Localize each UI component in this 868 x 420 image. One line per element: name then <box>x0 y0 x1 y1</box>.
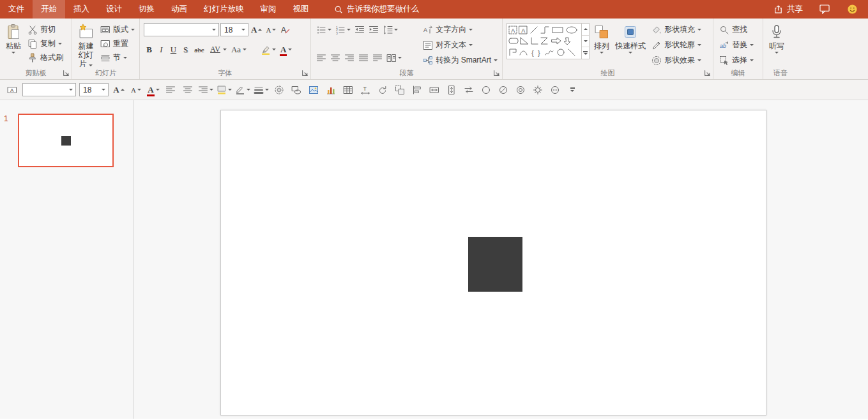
copy-dropdown-caret[interactable] <box>58 43 62 45</box>
slide-canvas[interactable] <box>220 110 766 416</box>
distribute-text-button[interactable] <box>371 51 384 64</box>
quickbar-font-color-button[interactable]: A <box>146 83 160 97</box>
quickbar-circle-tool-button[interactable] <box>479 83 493 97</box>
align-justify-button[interactable] <box>357 51 370 64</box>
tab-slideshow[interactable]: 幻灯片放映 <box>195 0 252 19</box>
reset-button[interactable]: 重置 <box>98 37 137 50</box>
paste-button[interactable]: 粘贴 <box>4 23 23 54</box>
layout-button[interactable]: 版式 <box>98 23 137 36</box>
quickbar-shape-button[interactable] <box>289 83 303 97</box>
highlight-button[interactable] <box>259 43 277 56</box>
shape-fill-button[interactable]: 形状填充 <box>650 23 703 36</box>
quickbar-table-button[interactable] <box>341 83 355 97</box>
text-shadow-button[interactable]: S <box>180 45 191 55</box>
strikethrough-button[interactable]: abc <box>192 46 206 54</box>
numbering-button[interactable]: 123 <box>334 23 352 36</box>
slide-shape-square[interactable] <box>468 237 522 292</box>
tell-me-search[interactable]: 告诉我你想要做什么 <box>328 0 426 19</box>
quickbar-group-button[interactable] <box>393 83 407 97</box>
quickbar-fill-color-button[interactable] <box>217 83 232 97</box>
shapes-gallery-more[interactable] <box>582 47 589 59</box>
shapes-scroll-down[interactable] <box>582 35 589 47</box>
shape-effects-button[interactable]: 形状效果 <box>650 54 703 67</box>
quickbar-ring-button[interactable] <box>514 83 528 97</box>
clear-format-button[interactable]: A <box>278 23 291 36</box>
align-left-button[interactable] <box>315 51 328 64</box>
italic-button[interactable]: I <box>156 45 167 55</box>
find-button[interactable]: 查找 <box>717 23 756 36</box>
quickbar-match-height-button[interactable] <box>445 83 459 97</box>
quickbar-match-width-button[interactable] <box>427 83 441 97</box>
smiley-icon[interactable] <box>847 4 858 15</box>
line-spacing-button[interactable] <box>381 23 399 36</box>
collapse-toolbar-button[interactable] <box>565 83 579 97</box>
quickbar-grow-font-button[interactable]: A <box>112 83 126 97</box>
quickbar-font-size-select[interactable]: 18 <box>79 83 109 96</box>
quickbar-effects-button[interactable] <box>272 83 286 97</box>
change-case-button[interactable]: Aa <box>229 43 248 56</box>
quickbar-rotate-button[interactable] <box>376 83 390 97</box>
quickbar-swap-button[interactable] <box>462 83 476 97</box>
bullets-button[interactable] <box>315 23 333 36</box>
quickbar-align-center-button[interactable] <box>181 83 195 97</box>
quickbar-no-fill-button[interactable] <box>496 83 510 97</box>
tab-animations[interactable]: 动画 <box>163 0 195 19</box>
align-text-button[interactable]: 对齐文本 <box>421 38 499 52</box>
tab-insert[interactable]: 插入 <box>65 0 98 19</box>
replace-button[interactable]: ab 替换 <box>717 38 756 52</box>
tab-view[interactable]: 视图 <box>285 0 317 19</box>
align-center-button[interactable] <box>329 51 342 64</box>
underline-button[interactable]: U <box>168 45 179 55</box>
select-button[interactable]: 选择 <box>717 54 756 67</box>
cut-button[interactable]: 剪切 <box>26 23 65 36</box>
tab-home[interactable]: 开始 <box>33 0 65 19</box>
font-color-button[interactable]: A <box>278 43 293 56</box>
slide-thumbnail-1[interactable] <box>18 114 114 167</box>
align-right-button[interactable] <box>343 51 356 64</box>
text-direction-button[interactable]: A 文字方向 <box>421 23 499 36</box>
layout-dropdown-caret[interactable] <box>131 29 135 31</box>
quickbar-outline-color-button[interactable] <box>235 83 250 97</box>
decrease-indent-button[interactable] <box>353 23 366 36</box>
convert-smartart-button[interactable]: 转换为 SmartArt <box>421 54 499 67</box>
section-button[interactable]: 节 <box>98 51 137 64</box>
new-slide-dropdown-caret[interactable] <box>89 64 93 66</box>
insert-textbox-button[interactable]: A <box>5 83 19 97</box>
quickbar-shrink-font-button[interactable]: A <box>129 83 143 97</box>
quickbar-line-style-button[interactable] <box>254 83 269 97</box>
tab-transitions[interactable]: 切换 <box>130 0 163 19</box>
shapes-row-3[interactable]: {} <box>508 47 580 57</box>
quick-styles-button[interactable]: 快速样式 <box>614 23 647 54</box>
quickbar-settings-button[interactable] <box>531 83 545 97</box>
increase-indent-button[interactable] <box>367 23 380 36</box>
paste-dropdown-caret[interactable] <box>11 52 15 54</box>
char-spacing-button[interactable]: AV <box>208 43 228 56</box>
shape-outline-button[interactable]: 形状轮廓 <box>650 38 703 52</box>
font-size-select[interactable]: 18 <box>220 23 248 36</box>
quickbar-more-tools-button[interactable] <box>548 83 562 97</box>
quickbar-chart-button[interactable] <box>324 83 338 97</box>
quickbar-align-right-button[interactable] <box>198 83 213 97</box>
shapes-row-2[interactable] <box>508 36 580 46</box>
quickbar-align-objects-button[interactable] <box>410 83 424 97</box>
tab-review[interactable]: 审阅 <box>252 0 285 19</box>
quickbar-font-name-select[interactable] <box>22 83 76 96</box>
tab-design[interactable]: 设计 <box>98 0 130 19</box>
quickbar-text-spacing-button[interactable]: T <box>358 83 372 97</box>
dictate-button[interactable]: 听写 <box>767 23 786 54</box>
quickbar-align-left-button[interactable] <box>164 83 178 97</box>
arrange-button[interactable]: 排列 <box>592 23 611 54</box>
tab-file[interactable]: 文件 <box>0 0 33 19</box>
section-dropdown-caret[interactable] <box>123 57 127 59</box>
new-slide-button[interactable]: 新建 幻灯片 <box>76 23 96 69</box>
shapes-row-1[interactable]: AA <box>508 25 580 35</box>
share-button[interactable]: 共享 <box>773 4 803 15</box>
grow-font-button[interactable]: A <box>250 23 263 36</box>
format-painter-button[interactable]: 格式刷 <box>26 51 65 64</box>
comments-icon[interactable] <box>819 4 830 14</box>
columns-button[interactable] <box>385 51 403 64</box>
copy-button[interactable]: 复制 <box>26 37 65 50</box>
bold-button[interactable]: B <box>144 45 155 55</box>
font-name-select[interactable] <box>144 23 219 36</box>
shrink-font-button[interactable]: A <box>264 23 277 36</box>
